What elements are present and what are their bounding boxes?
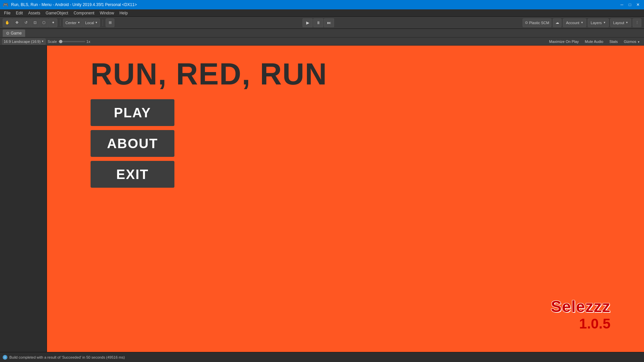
plastic-icon: ⊙ [525, 20, 528, 25]
separator-2 [103, 19, 103, 26]
exit-game-button[interactable]: EXIT [91, 161, 174, 188]
layout-label: Layout [613, 21, 624, 25]
play-button[interactable]: ▶ [303, 18, 313, 27]
move-tool[interactable]: ✥ [12, 18, 21, 27]
pivot-group: Center ▼ Local ▼ [63, 18, 100, 27]
gizmos-label: Gizmos [624, 40, 636, 44]
play-controls: ▶ ⏸ ⏭ [303, 18, 334, 27]
info-icon: i [3, 355, 7, 360]
menu-bar: File Edit Assets GameObject Component Wi… [0, 9, 644, 17]
scale-label: Scale [48, 40, 57, 44]
menu-assets[interactable]: Assets [25, 10, 43, 16]
brand-version: 1.0.5 [551, 316, 610, 332]
about-game-button[interactable]: ABOUT [91, 130, 174, 157]
stats-button[interactable]: Stats [607, 39, 620, 45]
scale-thumb [59, 40, 62, 43]
cloud-icon: ☁ [555, 20, 559, 25]
play-game-button[interactable]: PLAY [91, 99, 174, 126]
game-tab-icon: ⊙ [6, 31, 9, 36]
center-button[interactable]: Center ▼ [63, 18, 83, 27]
toolbar: ✋ ✥ ↺ ⊡ ⬡ ✦ Center ▼ Local ▼ ⊞ ▶ ⏸ ⏭ ⊙ P… [0, 17, 644, 29]
unity-icon: 🎮 [3, 2, 8, 7]
scale-slider[interactable] [58, 41, 85, 42]
scale-tool[interactable]: ⊡ [31, 18, 39, 27]
pause-button[interactable]: ⏸ [313, 18, 323, 27]
hand-tool[interactable]: ✋ [3, 18, 12, 27]
resolution-dropdown[interactable]: 16:9 Landscape (16:9) ▼ [2, 39, 46, 45]
game-view-toolbar: 16:9 Landscape (16:9) ▼ Scale 1x Maximiz… [0, 38, 644, 46]
plastic-label: Plastic SCM [529, 21, 549, 25]
game-tab[interactable]: ⊙ Game [3, 29, 25, 37]
gizmos-chevron: ▼ [637, 41, 640, 44]
snap-button[interactable]: ⊞ [106, 18, 114, 27]
mute-audio-button[interactable]: Mute Audio [583, 39, 605, 45]
layers-dropdown[interactable]: Layers ▼ [588, 18, 609, 27]
main-area: RUN, RED, RUN PLAY ABOUT EXIT Selezzz 1.… [0, 46, 644, 352]
game-view-header: ⊙ Game [0, 29, 644, 38]
minimize-button[interactable]: ─ [619, 1, 625, 8]
title-bar-left: 🎮 Run, BLS, Run - Menu - Android - Unity… [3, 2, 137, 7]
local-label: Local [85, 21, 94, 25]
space-chevron: ▼ [95, 21, 98, 24]
center-label: Center [65, 21, 76, 25]
brand-name: Selezzz [551, 297, 610, 316]
play-game-label: PLAY [114, 105, 151, 120]
menu-file[interactable]: File [1, 10, 13, 16]
game-title: RUN, RED, RUN [91, 59, 327, 89]
layers-chevron: ▼ [603, 21, 606, 24]
cloud-button[interactable]: ☁ [553, 18, 561, 27]
layout-chevron: ▼ [626, 21, 628, 24]
gizmos-button[interactable]: Gizmos ▼ [622, 39, 642, 45]
layout-dropdown[interactable]: Layout ▼ [610, 18, 631, 27]
brand-logo: Selezzz 1.0.5 [551, 297, 610, 332]
rotate-tool[interactable]: ↺ [21, 18, 30, 27]
scale-control: Scale 1x [48, 40, 90, 44]
account-label: Account [566, 21, 579, 25]
game-canvas: RUN, RED, RUN PLAY ABOUT EXIT Selezzz 1.… [47, 46, 644, 352]
resolution-chevron: ▼ [41, 40, 44, 43]
menu-edit[interactable]: Edit [13, 10, 25, 16]
more-options-button[interactable]: ⋮ [633, 18, 641, 27]
rect-tool[interactable]: ⬡ [40, 18, 48, 27]
status-bar: i Build completed with a result of 'Succ… [0, 352, 644, 362]
separator-1 [60, 19, 60, 26]
title-bar: 🎮 Run, BLS, Run - Menu - Android - Unity… [0, 0, 644, 9]
scale-value: 1x [87, 40, 91, 44]
pivot-chevron: ▼ [77, 21, 80, 24]
close-button[interactable]: ✕ [635, 1, 641, 8]
plastic-scm-button[interactable]: ⊙ Plastic SCM [523, 18, 552, 27]
game-tab-label: Game [11, 31, 22, 36]
resolution-label: 16:9 Landscape (16:9) [4, 40, 41, 44]
title-bar-controls: ─ □ ✕ [619, 1, 641, 8]
left-sidebar [0, 46, 47, 352]
about-game-label: ABOUT [107, 136, 158, 151]
menu-window[interactable]: Window [97, 10, 117, 16]
menu-help[interactable]: Help [117, 10, 130, 16]
layers-label: Layers [591, 21, 602, 25]
status-message: Build completed with a result of 'Succee… [9, 355, 125, 359]
window-title: Run, BLS, Run - Menu - Android - Unity 2… [11, 2, 137, 7]
menu-component[interactable]: Component [71, 10, 97, 16]
menu-gameobject[interactable]: GameObject [43, 10, 71, 16]
exit-game-label: EXIT [116, 167, 149, 182]
account-chevron: ▼ [581, 21, 583, 24]
maximize-on-play-button[interactable]: Maximize On Play [547, 39, 581, 45]
local-button[interactable]: Local ▼ [83, 18, 100, 27]
account-dropdown[interactable]: Account ▼ [563, 18, 586, 27]
step-button[interactable]: ⏭ [324, 18, 334, 27]
transform-tool[interactable]: ✦ [49, 18, 57, 27]
maximize-button[interactable]: □ [627, 1, 633, 8]
transform-tools: ✋ ✥ ↺ ⊡ ⬡ ✦ [3, 18, 57, 27]
right-toolbar: ⊙ Plastic SCM ☁ Account ▼ Layers ▼ Layou… [523, 18, 641, 27]
